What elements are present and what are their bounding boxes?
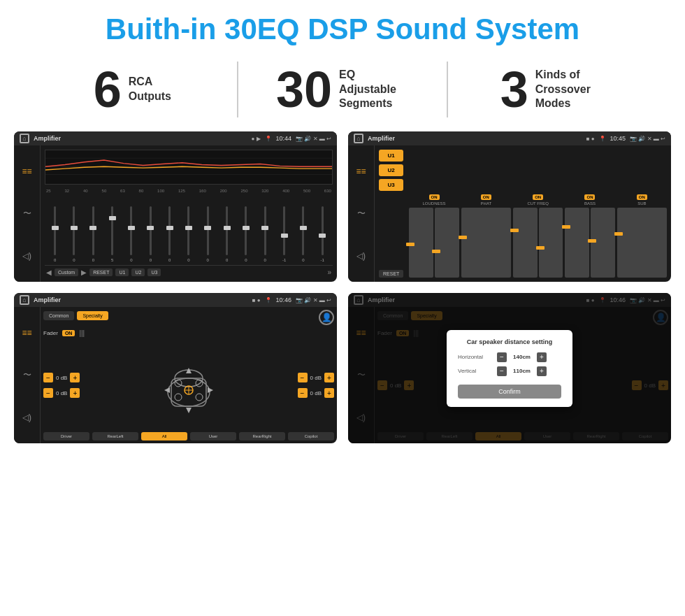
loudness-slider-2[interactable] bbox=[435, 208, 459, 278]
bass-thumb-1[interactable] bbox=[562, 225, 570, 229]
screen-content-2: ≡≡ 〜 ◁) U1 U2 U3 RESET ON LOUDNESS bbox=[348, 145, 671, 282]
horizontal-plus[interactable]: + bbox=[537, 352, 547, 362]
u2-btn-screen2[interactable]: U2 bbox=[379, 164, 403, 176]
slider-thumb-11[interactable] bbox=[243, 226, 250, 230]
confirm-button[interactable]: Confirm bbox=[458, 385, 561, 399]
slider-col-10[interactable]: 0 bbox=[218, 206, 236, 262]
slider-col-15[interactable]: -1 bbox=[314, 206, 331, 262]
slider-track-8[interactable] bbox=[187, 206, 189, 255]
tab-specialty[interactable]: Specialty bbox=[77, 311, 108, 320]
bass-slider-1[interactable] bbox=[565, 208, 589, 278]
slider-col-3[interactable]: 0 bbox=[85, 206, 102, 262]
slider-thumb-2[interactable] bbox=[71, 226, 78, 230]
slider-track-10[interactable] bbox=[226, 206, 228, 255]
slider-track-13[interactable] bbox=[283, 206, 285, 255]
cutfreq-thumb-2[interactable] bbox=[536, 246, 545, 250]
slider-col-8[interactable]: 0 bbox=[180, 206, 197, 262]
loudness-thumb-1[interactable] bbox=[406, 243, 414, 246]
status-time-2: 10:45 bbox=[610, 135, 626, 142]
u1-button[interactable]: U1 bbox=[115, 268, 129, 276]
vol-plus-4[interactable]: + bbox=[324, 388, 334, 398]
slider-col-1[interactable]: 0 bbox=[46, 206, 64, 262]
driver-btn[interactable]: Driver bbox=[43, 432, 89, 440]
sub-thumb-1[interactable] bbox=[614, 232, 623, 236]
slider-col-14[interactable]: 0 bbox=[294, 206, 312, 262]
vol-plus-3[interactable]: + bbox=[324, 373, 334, 382]
reset-button-1[interactable]: RESET bbox=[89, 268, 113, 276]
slider-col-12[interactable]: 0 bbox=[257, 206, 274, 262]
slider-col-9[interactable]: 0 bbox=[199, 206, 217, 262]
slider-col-7[interactable]: 0 bbox=[161, 206, 178, 262]
slider-track-7[interactable] bbox=[168, 206, 171, 255]
slider-col-11[interactable]: 0 bbox=[237, 206, 254, 262]
sub-slider-1[interactable] bbox=[617, 208, 667, 278]
slider-col-2[interactable]: 0 bbox=[65, 206, 82, 262]
speaker-icon-2: ◁) bbox=[356, 251, 366, 261]
u3-button[interactable]: U3 bbox=[147, 268, 161, 276]
slider-track-9[interactable] bbox=[207, 206, 209, 255]
slider-thumb-14[interactable] bbox=[300, 226, 307, 230]
phat-thumb-1[interactable] bbox=[459, 236, 467, 239]
cutfreq-slider-1[interactable] bbox=[513, 208, 538, 278]
vol-plus-2[interactable]: + bbox=[70, 388, 80, 398]
vol-plus-1[interactable]: + bbox=[70, 373, 80, 382]
eq-sliders: 0 0 0 bbox=[45, 196, 333, 262]
rearright-btn[interactable]: RearRight bbox=[239, 432, 285, 440]
slider-track-12[interactable] bbox=[264, 206, 266, 255]
slider-col-4[interactable]: 5 bbox=[103, 206, 121, 262]
slider-thumb-9[interactable] bbox=[204, 226, 211, 230]
custom-button[interactable]: Custom bbox=[55, 268, 78, 276]
slider-track-15[interactable] bbox=[322, 206, 324, 255]
loudness-thumb-2[interactable] bbox=[432, 250, 440, 253]
slider-thumb-10[interactable] bbox=[224, 226, 231, 230]
u2-button[interactable]: U2 bbox=[131, 268, 145, 276]
u1-btn-screen2[interactable]: U1 bbox=[379, 150, 403, 162]
copilot-btn[interactable]: Copilot bbox=[288, 432, 334, 440]
slider-thumb-13[interactable] bbox=[281, 234, 288, 238]
slider-thumb-15[interactable] bbox=[319, 234, 326, 238]
vol-minus-2[interactable]: − bbox=[43, 388, 53, 398]
slider-track-6[interactable] bbox=[150, 206, 152, 255]
slider-track-4[interactable] bbox=[111, 206, 113, 255]
bass-slider-2[interactable] bbox=[591, 208, 615, 278]
u3-btn-screen2[interactable]: U3 bbox=[379, 179, 403, 191]
vertical-plus[interactable]: + bbox=[537, 366, 547, 376]
cutfreq-slider-2[interactable] bbox=[539, 208, 563, 278]
vol-minus-4[interactable]: − bbox=[298, 388, 308, 398]
phat-slider-1[interactable] bbox=[461, 208, 511, 278]
user-btn[interactable]: User bbox=[190, 432, 236, 440]
rearleft-btn[interactable]: RearLeft bbox=[92, 432, 138, 440]
slider-thumb-7[interactable] bbox=[166, 226, 173, 230]
slider-thumb-6[interactable] bbox=[147, 226, 154, 230]
loudness-slider-1[interactable] bbox=[409, 208, 433, 278]
vertical-minus[interactable]: − bbox=[497, 366, 507, 376]
cutfreq-thumb-1[interactable] bbox=[510, 229, 519, 232]
slider-track-11[interactable] bbox=[245, 206, 247, 255]
vol-minus-3[interactable]: − bbox=[298, 373, 308, 382]
slider-thumb-4[interactable] bbox=[109, 216, 116, 220]
slider-track-2[interactable] bbox=[73, 206, 75, 255]
slider-track-3[interactable] bbox=[92, 206, 94, 255]
vol-minus-1[interactable]: − bbox=[43, 373, 53, 382]
slider-track-14[interactable] bbox=[302, 206, 304, 255]
slider-thumb-12[interactable] bbox=[261, 226, 268, 230]
prev-arrow[interactable]: ◀ bbox=[46, 268, 52, 276]
horizontal-minus[interactable]: − bbox=[497, 352, 507, 362]
tab-common[interactable]: Common bbox=[43, 311, 74, 320]
slider-track-1[interactable] bbox=[54, 206, 56, 255]
screen-content-3: ≡≡ 〜 ◁) Common Specialty 👤 Fader ON || bbox=[14, 307, 337, 443]
fader-area: Common Specialty 👤 Fader ON ||| − bbox=[41, 307, 337, 443]
next-arrow[interactable]: ▶ bbox=[81, 268, 87, 276]
speaker-icon: ◁) bbox=[22, 251, 31, 261]
reset-btn-screen2[interactable]: RESET bbox=[379, 270, 403, 278]
all-btn[interactable]: All bbox=[141, 432, 187, 440]
bass-thumb-2[interactable] bbox=[588, 239, 596, 243]
slider-track-5[interactable] bbox=[130, 206, 132, 255]
slider-thumb-5[interactable] bbox=[128, 226, 135, 230]
slider-col-6[interactable]: 0 bbox=[142, 206, 159, 262]
slider-thumb-8[interactable] bbox=[185, 226, 192, 230]
slider-col-13[interactable]: -1 bbox=[275, 206, 293, 262]
slider-thumb-1[interactable] bbox=[52, 226, 59, 230]
slider-col-5[interactable]: 0 bbox=[122, 206, 140, 262]
slider-thumb-3[interactable] bbox=[89, 226, 96, 230]
